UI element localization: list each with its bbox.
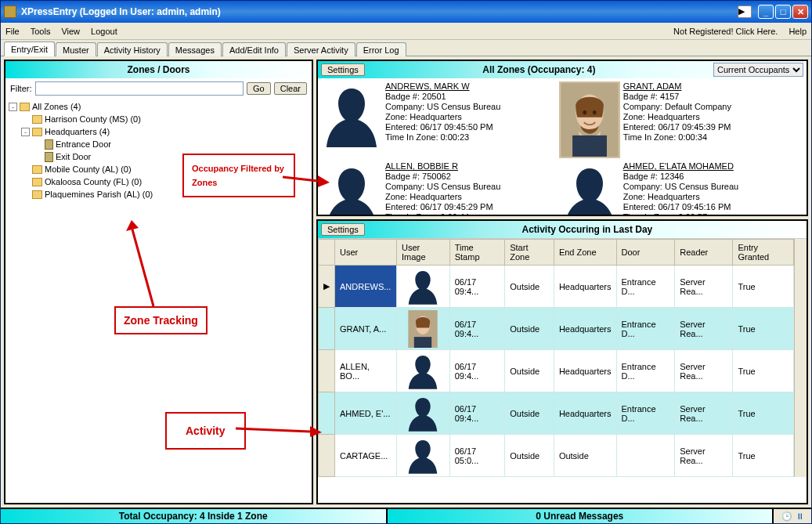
occupancy-view-select[interactable]: Current Occupants <box>713 63 803 77</box>
col-start-zone[interactable]: Start Zone <box>505 240 554 266</box>
occupant-zone: Zone: Headquarters <box>623 192 794 202</box>
col-user-image[interactable]: User Image <box>396 240 449 266</box>
occupant-badge: Badge #: 12346 <box>623 172 794 182</box>
activity-row[interactable]: CARTAGE... 06/17 05:0... Outside Outside… <box>319 435 794 477</box>
occupancy-header: Settings All Zones (Occupancy: 4) Curren… <box>318 61 807 78</box>
svg-point-4 <box>593 110 597 114</box>
activity-scrollbar[interactable] <box>794 239 807 477</box>
cell-door: Entrance D... <box>616 350 675 392</box>
occupant-entered: Entered: 06/17 09:45:29 PM <box>385 202 556 212</box>
user-photo <box>559 81 620 158</box>
activity-settings-button[interactable]: Settings <box>321 223 365 236</box>
tab-add-edit-info[interactable]: Add/Edit Info <box>222 42 286 56</box>
menu-tools[interactable]: Tools <box>31 27 51 36</box>
status-right: 0 Unread Messages <box>388 509 774 523</box>
cell-user: CARTAGE... <box>335 435 397 477</box>
cell-start-zone: Outside <box>505 392 554 435</box>
occupant-entered: Entered: 06/17 09:45:16 PM <box>623 202 794 212</box>
tab-error-log[interactable]: Error Log <box>356 42 406 56</box>
user-silhouette-icon <box>402 437 445 475</box>
cell-granted: True <box>733 392 794 435</box>
tree-node-all-zones[interactable]: -All Zones (4) <box>9 100 309 113</box>
minimize-button[interactable]: _ <box>758 5 774 19</box>
activity-row[interactable]: ALLEN, BO... 06/17 09:4... Outside Headq… <box>319 350 794 392</box>
tree-node-headquarters[interactable]: -Headquarters (4) <box>9 125 309 138</box>
cell-user-image <box>396 266 449 308</box>
user-silhouette-icon <box>402 395 445 432</box>
right-panels: Settings All Zones (Occupancy: 4) Curren… <box>316 60 808 504</box>
activity-grid-wrap[interactable]: User User Image Time Stamp Start Zone En… <box>318 238 807 503</box>
row-header <box>319 308 335 350</box>
occupant-card[interactable]: GRANT, ADAM Badge #: 4157 Company: Defau… <box>558 80 796 160</box>
tab-entry-exit[interactable]: Entry/Exit <box>4 42 55 56</box>
col-time-stamp[interactable]: Time Stamp <box>449 240 505 266</box>
occupant-info: GRANT, ADAM Badge #: 4157 Company: Defau… <box>623 81 794 158</box>
activity-row[interactable]: ▶ ANDREWS... 06/17 09:4... Outside Headq… <box>319 266 794 308</box>
pause-icon[interactable]: ⏸ <box>796 511 804 521</box>
activity-row[interactable]: GRANT, A... 06/17 09:4... Outside Headqu… <box>319 308 794 350</box>
activity-row[interactable]: AHMED, E'... 06/17 09:4... Outside Headq… <box>319 392 794 435</box>
col-user[interactable]: User <box>335 240 397 266</box>
occupant-card[interactable]: AHMED, E'LATA MOHAMED Badge #: 12346 Com… <box>558 160 796 215</box>
occupant-company: Company: Default Company <box>623 102 794 112</box>
titlebar: XPressEntry (Logged In User: admin, admi… <box>1 1 811 23</box>
cell-user-image <box>396 350 449 392</box>
occupant-zone: Zone: Headquarters <box>385 112 556 122</box>
not-registered-link[interactable]: Not Registered! Click Here. <box>673 27 778 36</box>
menubar: File Tools View Logout Not Registered! C… <box>1 23 811 40</box>
callout-occupancy: Occupancy Filtered by Zones <box>182 154 295 197</box>
collapse-icon[interactable]: - <box>9 103 17 111</box>
tree-node-entrance-door[interactable]: Entrance Door <box>9 138 309 150</box>
col-entry-granted[interactable]: Entry Granted <box>733 240 794 266</box>
cell-user-image <box>396 435 449 477</box>
tab-activity-history[interactable]: Activity History <box>97 42 168 56</box>
status-icons: 🕒 ⏸ <box>774 509 811 523</box>
menu-help[interactable]: Help <box>789 27 807 36</box>
occupant-company: Company: US Census Bureau <box>385 182 556 192</box>
occupant-company: Company: US Census Bureau <box>385 102 556 112</box>
cell-user: ALLEN, BO... <box>335 350 397 392</box>
occupant-entered: Entered: 06/17 09:45:50 PM <box>385 122 556 132</box>
occupancy-body[interactable]: ANDREWS, MARK W Badge #: 20501 Company: … <box>318 78 807 215</box>
menu-logout[interactable]: Logout <box>91 27 117 36</box>
occupant-entered: Entered: 06/17 09:45:39 PM <box>623 122 794 132</box>
col-end-zone[interactable]: End Zone <box>554 240 616 266</box>
filter-input[interactable] <box>35 81 244 96</box>
occupant-name: AHMED, E'LATA MOHAMED <box>623 161 794 172</box>
collapse-icon[interactable]: - <box>21 128 30 136</box>
occupant-card[interactable]: ALLEN, BOBBIE R Badge #: 750062 Company:… <box>319 160 558 215</box>
filter-label: Filter: <box>10 84 32 93</box>
close-button[interactable]: ✕ <box>792 5 808 19</box>
door-icon <box>45 152 53 162</box>
folder-icon <box>32 165 42 174</box>
play-button[interactable]: ▶ <box>738 5 752 18</box>
tree-node-harrison[interactable]: Harrison County (MS) (0) <box>9 113 309 125</box>
main-tabs: Entry/Exit Muster Activity History Messa… <box>1 40 811 56</box>
cell-start-zone: Outside <box>505 266 554 308</box>
clear-button[interactable]: Clear <box>274 82 307 95</box>
cell-timestamp: 06/17 05:0... <box>449 435 505 477</box>
activity-panel: Settings Activity Occuring in Last Day U… <box>316 219 808 504</box>
cell-granted: True <box>733 435 794 477</box>
cell-granted: True <box>733 308 794 350</box>
window-buttons: ▶ _ □ ✕ <box>738 5 808 19</box>
user-silhouette-icon <box>321 81 382 147</box>
cell-timestamp: 06/17 09:4... <box>449 350 505 392</box>
cell-user-image <box>396 392 449 435</box>
col-reader[interactable]: Reader <box>675 240 733 266</box>
occupancy-settings-button[interactable]: Settings <box>321 63 365 76</box>
row-header <box>319 392 335 435</box>
row-header <box>319 350 335 392</box>
menu-view[interactable]: View <box>61 27 80 36</box>
col-door[interactable]: Door <box>616 240 675 266</box>
tab-muster[interactable]: Muster <box>56 42 96 56</box>
user-photo <box>402 310 445 348</box>
window-title: XPressEntry (Logged In User: admin, admi… <box>21 6 738 17</box>
activity-title: Activity Occuring in Last Day <box>368 224 807 235</box>
go-button[interactable]: Go <box>247 82 271 95</box>
occupant-card[interactable]: ANDREWS, MARK W Badge #: 20501 Company: … <box>319 80 558 160</box>
maximize-button[interactable]: □ <box>775 5 791 19</box>
tab-messages[interactable]: Messages <box>168 42 222 56</box>
menu-file[interactable]: File <box>5 27 20 36</box>
tab-server-activity[interactable]: Server Activity <box>287 42 355 56</box>
